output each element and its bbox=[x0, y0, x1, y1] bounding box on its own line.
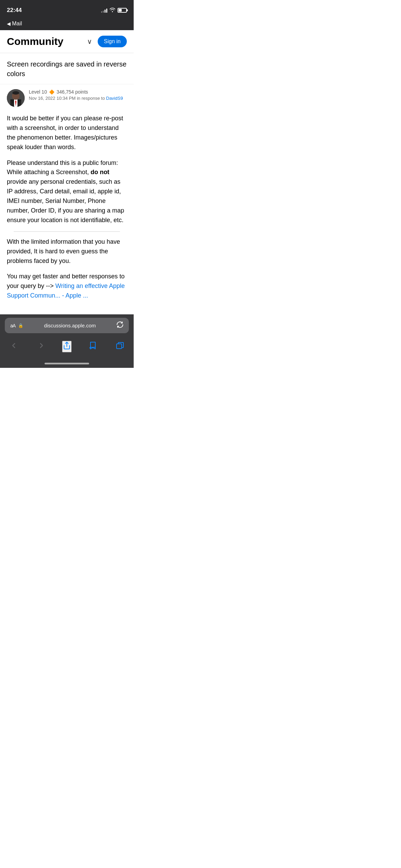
back-label: Mail bbox=[12, 21, 22, 27]
back-bar: ◀ Mail bbox=[0, 19, 134, 30]
avatar bbox=[7, 89, 25, 107]
status-time: 22:44 bbox=[7, 7, 22, 14]
user-level: Level 10 bbox=[29, 89, 47, 95]
url-bar[interactable]: aA 🔒 discussions.apple.com bbox=[5, 318, 129, 333]
post-timestamp: Nov 16, 2022 10:34 PM in response to bbox=[29, 96, 105, 101]
tabs-button[interactable] bbox=[113, 340, 127, 353]
p2-bold: do not bbox=[90, 169, 109, 176]
forward-button[interactable] bbox=[35, 340, 48, 353]
font-size-button[interactable]: aA bbox=[10, 323, 15, 328]
back-chevron-icon: ◀ bbox=[7, 21, 11, 26]
header-controls: ∨ Sign in bbox=[87, 36, 127, 47]
user-points: 346,754 points bbox=[57, 89, 88, 95]
post-paragraph-1: It would be better if you can please re-… bbox=[7, 114, 127, 152]
response-user-link[interactable]: DavidS9 bbox=[106, 96, 123, 101]
p2-after: provide any personal credentials, such a… bbox=[7, 178, 124, 224]
browser-bar: aA 🔒 discussions.apple.com bbox=[0, 314, 134, 337]
back-link[interactable]: ◀ Mail bbox=[7, 21, 127, 27]
post-paragraph-2: Please understand this is a public forum… bbox=[7, 158, 127, 225]
sign-in-button[interactable]: Sign in bbox=[98, 36, 127, 47]
post-title-section: Screen recordings are saved in reverse c… bbox=[0, 53, 134, 84]
user-meta: Level 10 🔶 346,754 points Nov 16, 2022 1… bbox=[29, 89, 127, 101]
home-bar bbox=[45, 363, 89, 364]
svg-rect-9 bbox=[117, 344, 122, 349]
status-bar: 22:44 bbox=[0, 0, 134, 19]
refresh-button[interactable] bbox=[117, 321, 123, 330]
share-button[interactable] bbox=[62, 341, 72, 352]
header: Community ∨ Sign in bbox=[0, 30, 134, 53]
points-badge-icon: 🔶 bbox=[49, 89, 54, 95]
post-paragraph-4: You may get faster and better responses … bbox=[7, 272, 127, 301]
user-info: Level 10 🔶 346,754 points Nov 16, 2022 1… bbox=[0, 84, 134, 112]
home-indicator bbox=[0, 360, 134, 368]
bookmark-button[interactable] bbox=[86, 340, 99, 353]
section-divider bbox=[14, 231, 120, 232]
svg-point-7 bbox=[12, 91, 19, 95]
page-title: Community bbox=[7, 36, 63, 47]
url-text: discussions.apple.com bbox=[26, 323, 114, 328]
post-title: Screen recordings are saved in reverse c… bbox=[7, 59, 127, 79]
post-date: Nov 16, 2022 10:34 PM in response to Dav… bbox=[29, 96, 127, 101]
post-body: It would be better if you can please re-… bbox=[0, 112, 134, 308]
wifi-icon bbox=[109, 8, 116, 13]
dropdown-chevron-icon[interactable]: ∨ bbox=[87, 37, 92, 46]
user-level-line: Level 10 🔶 346,754 points bbox=[29, 89, 127, 95]
lock-icon: 🔒 bbox=[18, 323, 23, 328]
status-icons bbox=[101, 8, 127, 13]
signal-bars-icon bbox=[101, 8, 107, 13]
battery-icon bbox=[118, 8, 127, 13]
post-paragraph-3: With the limited information that you ha… bbox=[7, 237, 127, 266]
bottom-nav bbox=[0, 337, 134, 360]
content-area: Screen recordings are saved in reverse c… bbox=[0, 53, 134, 308]
back-button[interactable] bbox=[7, 340, 21, 353]
